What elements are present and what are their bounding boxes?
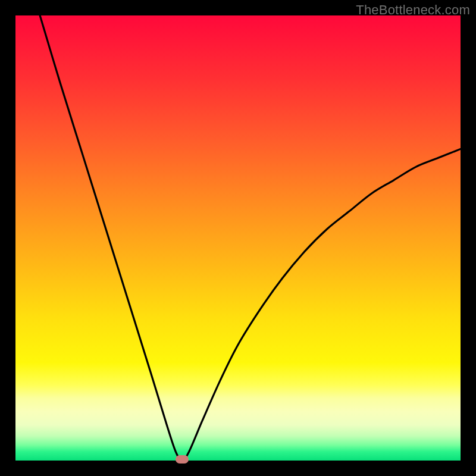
optimum-marker <box>176 455 189 464</box>
bottleneck-curve <box>15 15 461 461</box>
chart-frame <box>15 15 461 461</box>
